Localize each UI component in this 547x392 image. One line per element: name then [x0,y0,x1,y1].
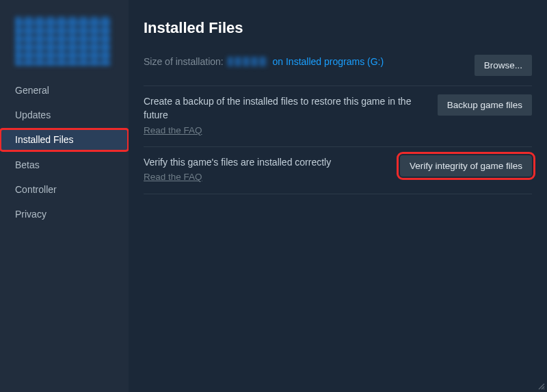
install-size-text: Size of installation: on Installed progr… [144,55,462,68]
window-resize-grip[interactable] [536,381,546,391]
backup-faq-link[interactable]: Read the FAQ [144,124,202,138]
sidebar-item-general[interactable]: General [0,79,129,101]
game-thumbnail [15,16,111,66]
backup-text: Create a backup of the installed files t… [144,94,425,137]
verify-row: Verify this game's files are installed c… [144,147,532,194]
svg-line-6 [544,389,544,389]
backup-game-files-button[interactable]: Backup game files [438,94,532,116]
page-title: Installed Files [144,19,532,37]
main-panel: Installed Files Size of installation: on… [129,0,547,392]
install-size-label: Size of installation: [144,56,224,67]
install-size-value-redacted [228,57,267,66]
sidebar: General Updates Installed Files Betas Co… [0,0,129,392]
sidebar-nav: General Updates Installed Files Betas Co… [0,79,129,228]
sidebar-item-betas[interactable]: Betas [0,154,129,176]
verify-text: Verify this game's files are installed c… [144,155,388,184]
resize-grip-icon [537,382,545,390]
backup-row: Create a backup of the installed files t… [144,86,532,147]
install-size-row: Size of installation: on Installed progr… [144,55,532,86]
verify-description: Verify this game's files are installed c… [144,157,331,168]
sidebar-item-privacy[interactable]: Privacy [0,203,129,225]
svg-line-4 [539,384,544,389]
backup-description: Create a backup of the installed files t… [144,96,411,120]
verify-faq-link[interactable]: Read the FAQ [144,170,202,184]
sidebar-item-controller[interactable]: Controller [0,179,129,200]
sidebar-item-updates[interactable]: Updates [0,104,129,126]
install-location-link[interactable]: on Installed programs (G:) [273,56,384,67]
browse-button[interactable]: Browse... [475,55,532,76]
verify-integrity-button[interactable]: Verify integrity of game files [400,155,532,177]
sidebar-item-installed-files[interactable]: Installed Files [0,129,129,151]
